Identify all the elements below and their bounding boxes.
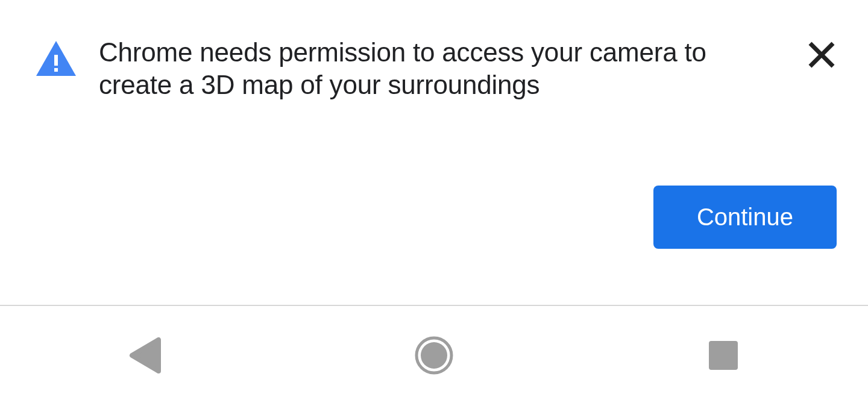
nav-back-button[interactable] <box>119 328 171 385</box>
back-triangle-icon <box>128 366 161 375</box>
permission-dialog: Chrome needs permission to access your c… <box>0 0 868 305</box>
dialog-actions: Continue <box>36 186 837 249</box>
close-icon <box>807 63 837 72</box>
dialog-header: Chrome needs permission to access your c… <box>36 36 837 101</box>
android-nav-bar <box>0 305 868 406</box>
nav-home-button[interactable] <box>405 326 463 386</box>
warning-icon <box>36 41 76 78</box>
svg-rect-6 <box>709 341 738 370</box>
continue-button[interactable]: Continue <box>653 186 837 249</box>
nav-overview-button[interactable] <box>698 330 749 383</box>
dialog-message: Chrome needs permission to access your c… <box>99 36 760 101</box>
svg-rect-0 <box>54 55 58 66</box>
overview-square-icon <box>708 364 739 373</box>
svg-rect-1 <box>54 68 58 72</box>
svg-point-5 <box>421 342 447 369</box>
home-circle-icon <box>415 367 453 376</box>
close-button[interactable] <box>807 40 837 72</box>
